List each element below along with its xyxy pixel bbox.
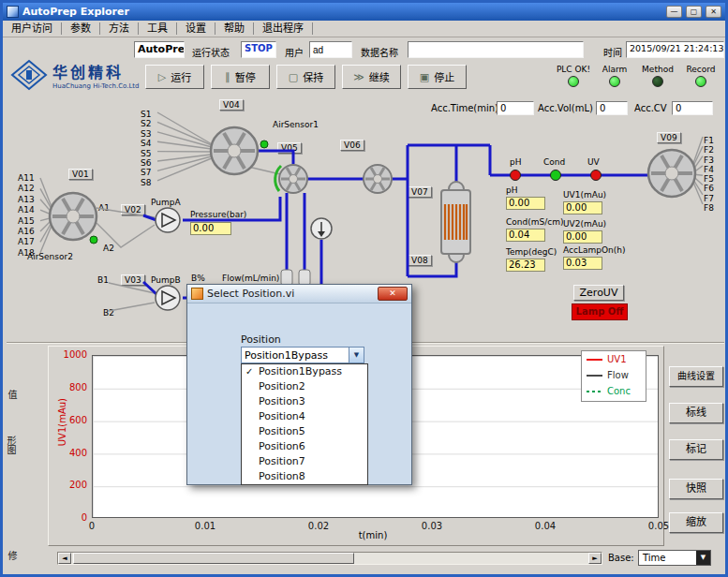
menu-item-tools[interactable]: 工具	[139, 22, 177, 35]
plc-led	[568, 76, 579, 87]
data-name-label: 数据名称	[361, 45, 398, 59]
record-status: Record	[679, 65, 722, 87]
x-tick: 0.02	[298, 521, 339, 531]
title-bar: AutoPrep Explorer — ▢ ✕	[3, 3, 725, 21]
position-option[interactable]: Position5	[242, 424, 367, 439]
legend-label: Conc	[607, 386, 631, 396]
continue-button[interactable]: ≫ 继续	[342, 65, 401, 89]
pump-b-symbol[interactable]	[156, 286, 180, 310]
position-label: Position	[241, 333, 281, 346]
scroll-right-arrow-icon[interactable]: ►	[588, 553, 602, 564]
x-tick: 0.03	[411, 521, 453, 531]
menu-item-method[interactable]: 方法	[100, 22, 139, 35]
dialog-title-bar[interactable]: Select Position.vi ✕	[187, 285, 411, 303]
menu-item-exit[interactable]: 退出程序	[254, 22, 313, 35]
scroll-left-arrow-icon[interactable]: ◄	[58, 553, 71, 564]
position-option[interactable]: Position4	[242, 409, 367, 424]
column-symbol	[441, 182, 470, 262]
time-label: 时间	[603, 45, 622, 59]
valve-v05-symbol[interactable]	[275, 165, 307, 193]
position-dropdown-arrow-icon[interactable]: ▼	[349, 348, 364, 362]
menu-bar: 用户访问 参数 方法 工具 设置 帮助 退出程序	[3, 21, 725, 37]
position-option-label: Position7	[259, 455, 305, 467]
position-option[interactable]: Position3	[242, 394, 367, 409]
brand-area: 华创精科 HuaChuang Hi-Tech.Co.Ltd	[10, 59, 140, 91]
legend-item-flow[interactable]: Flow	[582, 367, 646, 383]
conc-line-swatch	[587, 391, 602, 392]
menu-item-settings[interactable]: 设置	[177, 22, 215, 35]
y-tick: 400	[55, 448, 87, 458]
position-dropdown[interactable]: Position1Bypass ▼	[241, 347, 364, 363]
x-axis-label: t(min)	[335, 530, 410, 540]
app-icon	[7, 6, 19, 18]
run-status-value: STOP	[241, 41, 276, 58]
menu-item-help[interactable]: 帮助	[215, 22, 254, 35]
stop-button-label: 停止	[434, 69, 454, 84]
valve-v04-symbol[interactable]	[211, 127, 258, 174]
close-button[interactable]: ✕	[706, 6, 721, 18]
chart-scrollbar[interactable]: ◄ ►	[57, 552, 602, 565]
cond-sensor-dot	[551, 170, 561, 181]
legend-item-conc[interactable]: Conc	[582, 383, 646, 399]
pump-a-symbol[interactable]	[156, 208, 180, 232]
position-option[interactable]: Position2	[242, 379, 367, 394]
run-icon: ▷	[158, 71, 166, 83]
position-dropdown-value: Position1Bypass	[242, 349, 349, 362]
stop-button[interactable]: ▣ 停止	[408, 65, 467, 89]
pause-button[interactable]: ∥ 暂停	[211, 65, 270, 89]
position-option[interactable]: Position6	[242, 439, 367, 454]
hold-button[interactable]: ▢ 保持	[276, 65, 335, 89]
y-axis-label: UV1(mAu)	[57, 398, 67, 446]
plc-status: PLC OK!	[552, 65, 595, 87]
mark-button[interactable]: 标记	[669, 439, 723, 460]
check-icon: ✓	[245, 364, 253, 379]
x-tick: 0	[71, 521, 112, 531]
marker-line-button[interactable]: 标线	[669, 403, 723, 423]
dialog-close-button[interactable]: ✕	[378, 287, 408, 301]
airsensor1-led	[260, 141, 268, 148]
flow-line-swatch	[587, 375, 602, 377]
autoprep-window: AutoPrep Explorer — ▢ ✕ 用户访问 参数 方法 工具 设置…	[0, 0, 728, 577]
data-name-input[interactable]	[408, 41, 584, 58]
x-tick: 0.01	[185, 521, 226, 531]
legend-item-uv1[interactable]: UV1	[582, 351, 646, 367]
curve-settings-button[interactable]: 曲线设置	[669, 366, 723, 387]
hold-button-label: 保持	[303, 69, 323, 84]
zoom-button[interactable]: 缩放	[669, 512, 723, 533]
valve-v06-symbol[interactable]	[364, 165, 392, 193]
snapshot-button[interactable]: 快照	[669, 479, 723, 499]
base-dropdown-value: Time	[639, 553, 696, 563]
position-option-label: Position4	[259, 410, 305, 422]
brand-logo-icon	[10, 59, 48, 91]
select-position-dialog: Select Position.vi ✕ Position Position1B…	[186, 284, 412, 485]
scrollbar-thumb[interactable]	[73, 553, 354, 564]
position-option[interactable]: Position8	[242, 469, 367, 484]
position-option[interactable]: ✓ Position1Bypass	[242, 364, 367, 379]
alarm-status-label: Alarm	[593, 65, 636, 74]
continue-icon: ≫	[353, 71, 364, 83]
pump-wash-symbol[interactable]	[311, 218, 332, 239]
menu-item-user-access[interactable]: 用户访问	[3, 22, 62, 35]
valve-v01-symbol[interactable]	[50, 193, 97, 240]
chart-legend: UV1 Flow Conc	[581, 350, 646, 402]
maximize-button[interactable]: ▢	[686, 6, 702, 18]
user-input[interactable]	[309, 41, 352, 58]
base-dropdown[interactable]: Time ▼	[638, 550, 711, 566]
run-status-label: 运行状态	[192, 45, 230, 59]
run-button[interactable]: ▷ 运行	[145, 65, 204, 89]
minimize-button[interactable]: —	[666, 6, 682, 18]
hold-icon: ▢	[289, 71, 298, 83]
uv-sensor-dot	[591, 170, 602, 181]
dialog-title: Select Position.vi	[207, 288, 374, 300]
plc-status-label: PLC OK!	[552, 65, 595, 74]
menu-item-parameters[interactable]: 参数	[62, 22, 100, 35]
base-dropdown-arrow-icon[interactable]: ▼	[696, 551, 710, 565]
legend-label: Flow	[607, 370, 629, 380]
alarm-led	[609, 76, 620, 87]
position-option[interactable]: Position7	[242, 454, 367, 469]
user-label: 用户	[285, 45, 304, 59]
valve-v09-symbol[interactable]	[648, 150, 695, 197]
record-led	[695, 76, 706, 87]
position-dropdown-list: ✓ Position1Bypass Position2 Position3 Po…	[241, 363, 368, 485]
stop-icon: ▣	[420, 71, 429, 83]
